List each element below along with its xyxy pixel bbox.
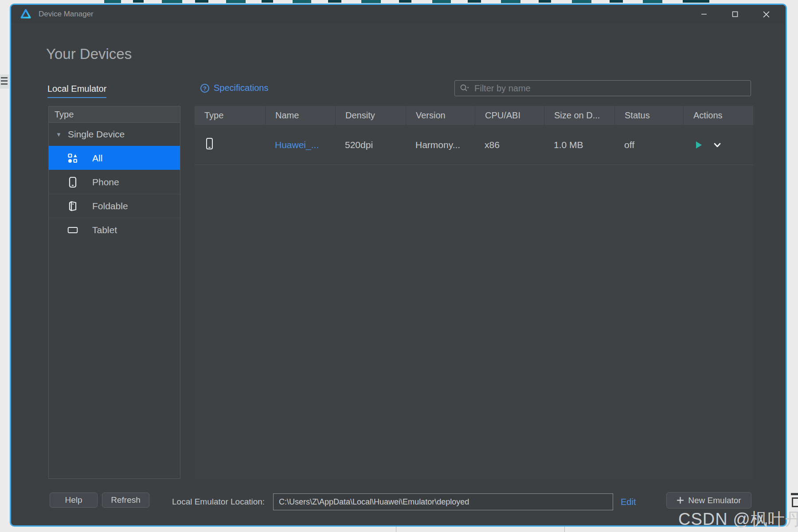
sidebar-item-phone[interactable]: Phone <box>49 170 180 194</box>
minimize-button[interactable] <box>691 6 717 22</box>
table-header-row: Type Name Density Version CPU/ABI Size o… <box>195 106 753 125</box>
new-emulator-button[interactable]: New Emulator <box>666 492 751 509</box>
phone-icon <box>67 176 78 188</box>
edit-link[interactable]: Edit <box>621 497 636 507</box>
plus-icon <box>677 497 684 504</box>
column-header-size[interactable]: Size on D... <box>544 106 614 125</box>
play-icon <box>693 140 704 150</box>
column-header-actions[interactable]: Actions <box>683 106 753 125</box>
tab-local-emulator[interactable]: Local Emulator <box>47 84 106 98</box>
phone-icon <box>206 137 213 150</box>
column-header-type[interactable]: Type <box>195 106 265 125</box>
page-title: Your Devices <box>46 46 132 63</box>
sidebar-item-foldable[interactable]: Foldable <box>49 194 180 218</box>
table-row[interactable]: Huawei_... 520dpi Harmony... x86 1.0 MB … <box>195 125 753 165</box>
specifications-label: Specifications <box>214 83 268 93</box>
maximize-button[interactable] <box>722 6 748 22</box>
filter-box <box>454 80 751 96</box>
column-header-version[interactable]: Version <box>406 106 475 125</box>
foldable-icon <box>67 200 78 212</box>
type-header: Type <box>49 106 180 123</box>
tablet-icon <box>67 226 78 235</box>
device-status: off <box>614 140 683 150</box>
more-actions-button[interactable] <box>712 140 722 150</box>
help-button[interactable]: Help <box>50 493 98 508</box>
sidebar-item-tablet[interactable]: Tablet <box>49 218 180 242</box>
sidebar-item-label: Foldable <box>92 201 128 211</box>
column-header-density[interactable]: Density <box>335 106 406 125</box>
location-input[interactable] <box>273 493 613 510</box>
all-grid-icon <box>67 153 78 164</box>
location-label: Local Emulator Location: <box>172 497 265 507</box>
sidebar-item-label: All <box>92 153 102 164</box>
search-icon[interactable] <box>459 83 470 93</box>
device-density: 520dpi <box>335 140 406 150</box>
sidebar-item-label: Phone <box>92 177 119 188</box>
column-header-status[interactable]: Status <box>614 106 683 125</box>
filter-input[interactable] <box>474 83 746 94</box>
run-device-button[interactable] <box>693 140 704 150</box>
background-fragment-icon <box>0 74 9 89</box>
device-manager-window: Device Manager Your Devices Local Emulat… <box>10 4 787 527</box>
device-cpu-abi: x86 <box>475 140 544 150</box>
devices-table: Type Name Density Version CPU/ABI Size o… <box>195 106 753 479</box>
device-size: 1.0 MB <box>544 140 614 150</box>
sidebar-item-label: Tablet <box>92 225 117 235</box>
deveco-logo-icon <box>20 8 31 20</box>
group-single-device[interactable]: ▼ Single Device <box>49 123 180 146</box>
column-header-name[interactable]: Name <box>265 106 335 125</box>
chevron-down-icon: ▼ <box>56 131 62 138</box>
refresh-button[interactable]: Refresh <box>102 493 149 508</box>
chevron-down-icon <box>712 140 722 150</box>
device-name-link[interactable]: Huawei_... <box>275 140 319 150</box>
new-emulator-label: New Emulator <box>688 496 741 505</box>
titlebar: Device Manager <box>11 5 786 23</box>
help-circle-icon: ? <box>200 83 210 93</box>
column-header-cpu-abi[interactable]: CPU/ABI <box>475 106 544 125</box>
type-sidebar: Type ▼ Single Device All <box>48 106 180 479</box>
device-version: Harmony... <box>406 140 475 150</box>
specifications-link[interactable]: ? Specifications <box>200 83 268 93</box>
group-label: Single Device <box>68 129 125 140</box>
close-button[interactable] <box>753 6 779 22</box>
watermark: CSDN @枫叶丹4 <box>678 508 798 531</box>
window-title: Device Manager <box>39 10 94 19</box>
svg-text:?: ? <box>203 85 207 91</box>
sidebar-item-all[interactable]: All <box>49 146 180 170</box>
